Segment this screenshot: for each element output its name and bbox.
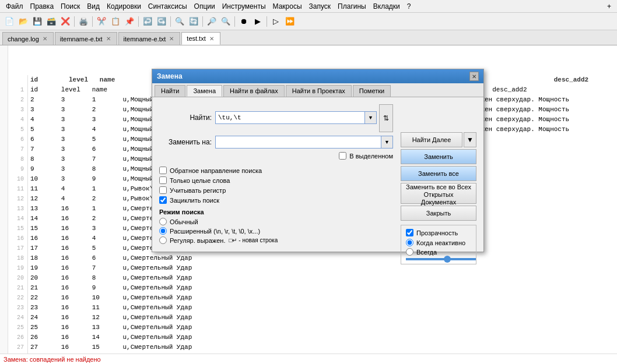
run-button[interactable]: ▷ bbox=[269, 15, 282, 28]
replace-input[interactable] bbox=[215, 136, 381, 149]
tab-changelog-close[interactable]: ✕ bbox=[41, 36, 48, 42]
line-num: 25 bbox=[12, 323, 28, 333]
dialog-tab-marks[interactable]: Пометки bbox=[353, 85, 391, 97]
replace-row: Заменить на: ▼ bbox=[159, 136, 393, 149]
save-button[interactable]: 💾 bbox=[31, 15, 44, 28]
toolbar-sep-5 bbox=[202, 16, 203, 27]
copy-button[interactable]: 📋 bbox=[109, 15, 122, 28]
dialog-tab-replace[interactable]: Замена bbox=[187, 85, 222, 97]
dialog-buttons: Найти Далее ▼ Заменить Заменить все Заме… bbox=[401, 132, 476, 264]
whole-word-checkbox[interactable] bbox=[159, 176, 167, 184]
save-all-button[interactable]: 🗃️ bbox=[45, 15, 58, 28]
transparency-checkbox[interactable] bbox=[406, 229, 413, 236]
in-selection-label: В выделенном bbox=[349, 153, 393, 160]
new-file-button[interactable]: 📄 bbox=[3, 15, 16, 28]
replace-dropdown-arrow[interactable]: ▼ bbox=[381, 136, 393, 149]
dialog-close-button[interactable]: ✕ bbox=[469, 72, 479, 81]
line-num: 2 bbox=[12, 95, 28, 105]
zoom-out-button[interactable]: 🔍 bbox=[219, 15, 232, 28]
menu-plugins[interactable]: Плагины bbox=[334, 1, 370, 12]
mode-regex-label: Регуляр. выражен. bbox=[170, 237, 225, 244]
close-button[interactable]: Закрыть bbox=[401, 206, 476, 221]
replace-all-open-button[interactable]: Заменить все во Всех Открытых Документах bbox=[401, 183, 476, 204]
menu-macros[interactable]: Макросы bbox=[269, 1, 306, 12]
dialog-tab-find-in-projects[interactable]: Найти в Проектах bbox=[286, 85, 352, 97]
close-button[interactable]: ❌ bbox=[59, 15, 72, 28]
transparency-always-radio[interactable] bbox=[406, 248, 413, 256]
reverse-label: Обратное направление поиска bbox=[170, 167, 262, 174]
tab-itemname2[interactable]: itemname-e.txt ✕ bbox=[118, 32, 181, 45]
mode-regex-radio[interactable] bbox=[159, 236, 167, 244]
left-margin bbox=[0, 45, 8, 364]
mode-regex-row: Регуляр. выражен. □↵ - новая строка bbox=[159, 236, 387, 244]
replace-dialog[interactable]: Замена ✕ Найти Замена Найти в файлах Най… bbox=[152, 69, 484, 252]
dialog-body: Найти: ▼ ⇅ Заменить на: ▼ bbox=[152, 97, 483, 252]
menubar: Файл Правка Поиск Вид Кодировки Синтакси… bbox=[0, 0, 617, 13]
find-dropdown-arrow[interactable]: ▼ bbox=[365, 111, 377, 124]
dialog-tab-find[interactable]: Найти bbox=[155, 85, 185, 97]
swap-button[interactable]: ⇅ bbox=[379, 104, 393, 132]
menu-encodings[interactable]: Кодировки bbox=[103, 1, 145, 12]
line-num: 27 bbox=[12, 342, 28, 352]
tab-test[interactable]: test.txt ✕ bbox=[181, 32, 220, 45]
match-case-checkbox[interactable] bbox=[159, 186, 167, 194]
menu-edit[interactable]: Правка bbox=[27, 1, 58, 12]
mode-extended-radio[interactable] bbox=[159, 227, 167, 235]
tab-itemname1[interactable]: itemname-e.txt ✕ bbox=[55, 32, 117, 45]
tab-test-close[interactable]: ✕ bbox=[208, 36, 215, 42]
menu-tabs[interactable]: Вкладки bbox=[370, 1, 404, 12]
menu-search[interactable]: Поиск bbox=[57, 1, 83, 12]
find-input[interactable] bbox=[215, 111, 365, 124]
print-button[interactable]: 🖨️ bbox=[77, 15, 90, 28]
cut-button[interactable]: ✂️ bbox=[95, 15, 108, 28]
find-input-wrap: ▼ bbox=[215, 111, 377, 124]
macro-play-button[interactable]: ▶ bbox=[251, 15, 264, 28]
transparency-inactive-label: Когда неактивно bbox=[416, 239, 465, 246]
in-selection-checkbox[interactable] bbox=[339, 152, 346, 160]
table-row: 2626 16 14 u,Смертельный Удар удар. Мощн… bbox=[12, 333, 617, 342]
line-content: 27 16 15 u,Смертельный Удар удар. Мощнос… bbox=[30, 342, 617, 352]
macro-record-button[interactable]: ⏺ bbox=[237, 15, 250, 28]
find-next-button[interactable]: Найти Далее bbox=[401, 132, 462, 147]
menu-help[interactable]: ? bbox=[404, 1, 415, 12]
options-section: Обратное направление поиска Только целые… bbox=[159, 167, 393, 246]
mode-normal-radio[interactable] bbox=[159, 218, 167, 225]
line-content: 24 16 12 u,Смертельный Удар удар. Мощнос… bbox=[30, 313, 617, 323]
menu-tools[interactable]: Инструменты bbox=[219, 1, 269, 12]
menu-file[interactable]: Файл bbox=[2, 1, 27, 12]
transparency-inactive-radio[interactable] bbox=[406, 239, 413, 246]
table-row: 1919 16 7 u,Смертельный Удар удар. Мощно… bbox=[12, 263, 617, 273]
tab-itemname2-close[interactable]: ✕ bbox=[168, 36, 175, 42]
wrap-checkbox[interactable] bbox=[159, 196, 167, 204]
zoom-in-button[interactable]: 🔎 bbox=[205, 15, 218, 28]
transparency-slider[interactable] bbox=[406, 258, 476, 260]
menu-options[interactable]: Опции bbox=[191, 1, 219, 12]
replace-button[interactable]: Заменить bbox=[401, 149, 476, 164]
run2-button[interactable]: ⏩ bbox=[283, 15, 296, 28]
replace-label: Заменить на: bbox=[159, 138, 212, 146]
tab-itemname1-close[interactable]: ✕ bbox=[105, 36, 112, 42]
undo-button[interactable]: ↩️ bbox=[141, 15, 154, 28]
redo-button[interactable]: ↪️ bbox=[155, 15, 168, 28]
menu-syntax[interactable]: Синтаксисы bbox=[145, 1, 191, 12]
line-num: 7 bbox=[12, 144, 28, 154]
line-num: 22 bbox=[12, 293, 28, 303]
line-num: 13 bbox=[12, 204, 28, 214]
replace-button[interactable]: 🔄 bbox=[187, 15, 200, 28]
reverse-row: Обратное направление поиска bbox=[159, 167, 387, 174]
replace-all-button[interactable]: Заменить все bbox=[401, 166, 476, 181]
menu-add[interactable]: + bbox=[604, 1, 615, 12]
reverse-checkbox[interactable] bbox=[159, 167, 167, 174]
find-next-options[interactable]: ▼ bbox=[464, 132, 476, 147]
tab-changelog[interactable]: change.log ✕ bbox=[2, 32, 54, 45]
line-content: 21 16 9 u,Смертельный Удар удар. Мощност… bbox=[30, 283, 617, 293]
open-file-button[interactable]: 📂 bbox=[17, 15, 30, 28]
tab-bar: change.log ✕ itemname-e.txt ✕ itemname-e… bbox=[0, 30, 617, 45]
replace-input-wrap: ▼ bbox=[215, 136, 393, 149]
menu-view[interactable]: Вид bbox=[83, 1, 103, 12]
menu-run[interactable]: Запуск bbox=[306, 1, 335, 12]
dialog-tab-find-in-files[interactable]: Найти в файлах bbox=[223, 85, 285, 97]
paste-button[interactable]: 📌 bbox=[123, 15, 136, 28]
find-button[interactable]: 🔍 bbox=[173, 15, 186, 28]
match-case-row: Учитывать регистр bbox=[159, 186, 387, 194]
